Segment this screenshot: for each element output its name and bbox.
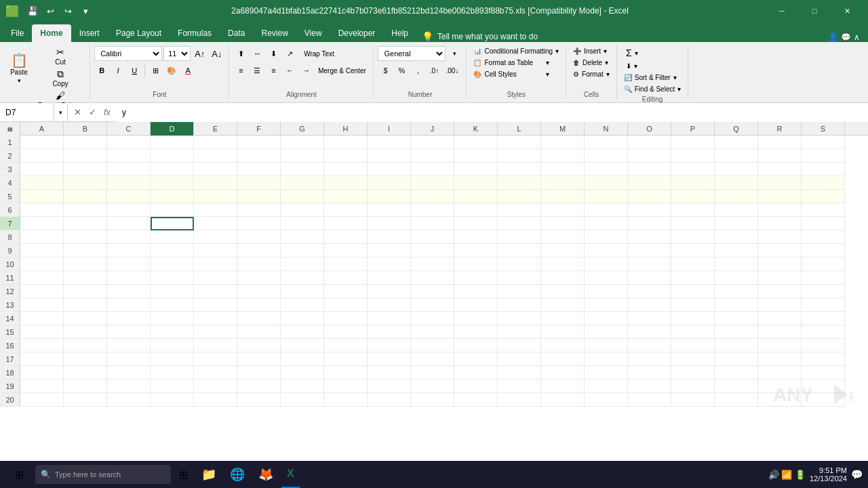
row-num-16[interactable]: 16 (0, 339, 20, 352)
cell-m4[interactable] (541, 176, 585, 190)
cell-h2[interactable] (324, 149, 368, 163)
percent-btn[interactable]: % (394, 63, 409, 78)
cell-f7[interactable] (237, 217, 281, 230)
increase-font-btn[interactable]: A↑ (192, 46, 208, 61)
cell-p7[interactable] (671, 217, 715, 230)
bold-btn[interactable]: B (94, 63, 109, 78)
cell-e3[interactable] (194, 163, 237, 176)
cell-c2[interactable] (107, 149, 151, 163)
cell-q6[interactable] (715, 203, 758, 217)
cell-i7[interactable] (368, 217, 411, 230)
fill-btn[interactable]: ⬇ ▾ (621, 61, 643, 71)
firefox-btn[interactable]: 🦊 (253, 461, 279, 488)
cell-i3[interactable] (368, 163, 411, 176)
cell-p6[interactable] (671, 203, 715, 217)
italic-btn[interactable]: I (111, 63, 125, 78)
cell-n3[interactable] (585, 163, 628, 176)
col-header-h[interactable]: H (324, 122, 368, 136)
cell-a8[interactable] (20, 230, 64, 244)
underline-btn[interactable]: U (127, 63, 142, 78)
cell-c5[interactable] (107, 190, 151, 203)
col-header-d[interactable]: D (151, 122, 194, 136)
align-right-btn[interactable]: ≡ (266, 63, 281, 78)
font-color-btn[interactable]: A (180, 63, 195, 78)
increase-decimal-btn[interactable]: .0↑ (427, 63, 441, 78)
cell-j2[interactable] (411, 149, 454, 163)
cell-s3[interactable] (802, 163, 845, 176)
cell-f2[interactable] (237, 149, 281, 163)
cell-m3[interactable] (541, 163, 585, 176)
insert-btn[interactable]: ➕ Insert ▾ (570, 46, 610, 56)
formula-function-btn[interactable]: fx (100, 106, 114, 119)
cell-o4[interactable] (628, 176, 671, 190)
cell-l3[interactable] (498, 163, 541, 176)
paste-btn[interactable]: 📋 Paste ▾ (4, 46, 34, 91)
row-num-14[interactable]: 14 (0, 312, 20, 325)
cell-h3[interactable] (324, 163, 368, 176)
cell-j5[interactable] (411, 190, 454, 203)
cell-d4[interactable] (151, 176, 194, 190)
cell-a7[interactable] (20, 217, 64, 230)
cell-g5[interactable] (281, 190, 324, 203)
cell-n6[interactable] (585, 203, 628, 217)
cell-c6[interactable] (107, 203, 151, 217)
col-header-j[interactable]: J (411, 122, 454, 136)
formula-confirm-btn[interactable]: ✓ (85, 106, 99, 119)
row-num-6[interactable]: 6 (0, 203, 20, 217)
orient-btn[interactable]: ↗ (282, 46, 297, 61)
cell-k5[interactable] (454, 190, 498, 203)
cell-q7[interactable] (715, 217, 758, 230)
cell-r2[interactable] (758, 149, 802, 163)
tab-help[interactable]: Help (383, 24, 416, 42)
cell-reference-box[interactable]: D7 (0, 103, 54, 122)
row-num-3[interactable]: 3 (0, 163, 20, 176)
cell-a6[interactable] (20, 203, 64, 217)
cell-o2[interactable] (628, 149, 671, 163)
col-header-e[interactable]: E (194, 122, 237, 136)
cell-s6[interactable] (802, 203, 845, 217)
cell-r1[interactable] (758, 136, 802, 149)
number-format-select[interactable]: General (378, 46, 446, 61)
col-header-s[interactable]: S (802, 122, 845, 136)
row-num-8[interactable]: 8 (0, 230, 20, 244)
cell-q1[interactable] (715, 136, 758, 149)
row-num-10[interactable]: 10 (0, 258, 20, 271)
cell-n5[interactable] (585, 190, 628, 203)
align-top-btn[interactable]: ⬆ (233, 46, 248, 61)
col-header-q[interactable]: Q (715, 122, 758, 136)
formula-input[interactable] (117, 103, 868, 122)
cell-a3[interactable] (20, 163, 64, 176)
close-btn[interactable]: ✕ (831, 0, 863, 22)
cell-q5[interactable] (715, 190, 758, 203)
cell-r7[interactable] (758, 217, 802, 230)
cell-r4[interactable] (758, 176, 802, 190)
row-num-2[interactable]: 2 (0, 149, 20, 163)
cell-j1[interactable] (411, 136, 454, 149)
cell-i1[interactable] (368, 136, 411, 149)
cell-g7[interactable] (281, 217, 324, 230)
row-num-17[interactable]: 17 (0, 352, 20, 366)
cell-o6[interactable] (628, 203, 671, 217)
cell-f6[interactable] (237, 203, 281, 217)
row-num-5[interactable]: 5 (0, 190, 20, 203)
row-num-19[interactable]: 19 (0, 380, 20, 393)
cell-k6[interactable] (454, 203, 498, 217)
row-num-12[interactable]: 12 (0, 285, 20, 298)
undo-quick-btn[interactable]: ↩ (42, 3, 58, 19)
cell-i4[interactable] (368, 176, 411, 190)
cell-l5[interactable] (498, 190, 541, 203)
cell-f1[interactable] (237, 136, 281, 149)
cell-p2[interactable] (671, 149, 715, 163)
cell-o7[interactable] (628, 217, 671, 230)
cell-s5[interactable] (802, 190, 845, 203)
file-explorer-btn[interactable]: 📁 (196, 461, 222, 488)
col-header-i[interactable]: I (368, 122, 411, 136)
cell-d3[interactable] (151, 163, 194, 176)
cell-c1[interactable] (107, 136, 151, 149)
cell-j7[interactable] (411, 217, 454, 230)
copy-btn[interactable]: ⧉ Copy (35, 68, 85, 89)
align-middle-btn[interactable]: ↔ (250, 46, 264, 61)
find-select-btn[interactable]: 🔍 Find & Select ▾ (621, 84, 684, 94)
cell-d2[interactable] (151, 149, 194, 163)
cell-k3[interactable] (454, 163, 498, 176)
